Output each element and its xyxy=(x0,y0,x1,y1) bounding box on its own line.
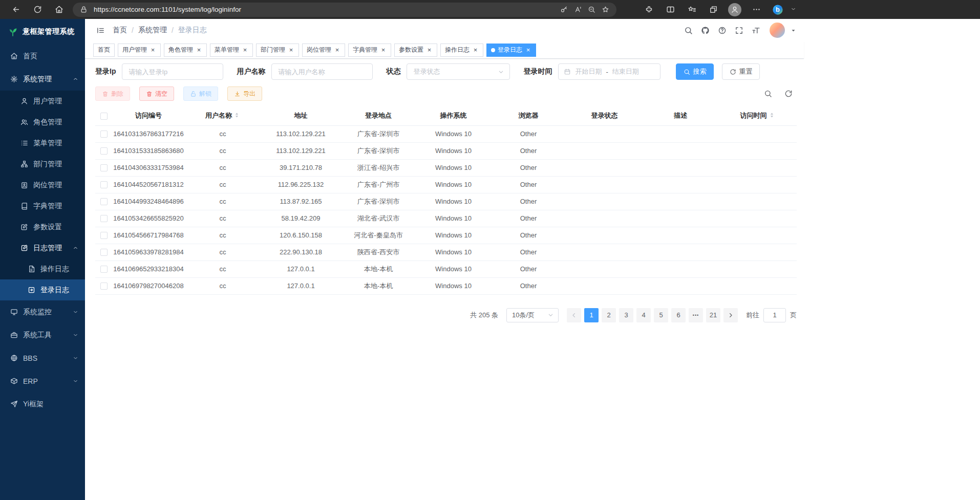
username-input[interactable] xyxy=(271,63,373,80)
sidebar-item-param-settings[interactable]: 参数设置 xyxy=(0,216,85,237)
close-icon[interactable]: × xyxy=(334,47,340,53)
close-icon[interactable]: × xyxy=(196,47,202,53)
reset-button[interactable]: 重置 xyxy=(722,63,760,80)
login-ip-input[interactable] xyxy=(122,63,223,80)
row-checkbox[interactable] xyxy=(100,282,108,290)
tab-home[interactable]: 首页 xyxy=(93,44,115,57)
sort-carets-icon[interactable] xyxy=(769,112,775,119)
breadcrumb-home[interactable]: 首页 xyxy=(113,26,127,35)
table-row[interactable]: 1641044993248464896cc113.87.92.165广东省-深圳… xyxy=(95,193,797,210)
table-row[interactable]: 1641069798270046208cc127.0.0.1本地-本机Windo… xyxy=(95,277,797,294)
table-row[interactable]: 1641044520567181312cc112.96.225.132广东省-广… xyxy=(95,176,797,193)
sidebar-item-system-tools[interactable]: 系统工具 xyxy=(0,323,85,346)
close-icon[interactable]: × xyxy=(242,47,248,53)
browser-menu-icon[interactable] xyxy=(745,2,767,17)
user-avatar[interactable] xyxy=(770,23,785,38)
avatar-caret-down-icon[interactable] xyxy=(790,24,797,36)
search-button[interactable]: 搜索 xyxy=(676,63,714,80)
unlock-button[interactable]: 解锁 xyxy=(183,86,218,101)
tab-role-mgmt[interactable]: 角色管理× xyxy=(164,44,207,57)
fullscreen-icon[interactable] xyxy=(733,24,745,36)
row-checkbox[interactable] xyxy=(100,164,108,171)
tab-menu-mgmt[interactable]: 菜单管理× xyxy=(210,44,253,57)
table-row[interactable]: 1641069652933218304cc127.0.0.1本地-本机Windo… xyxy=(95,260,797,277)
clear-button[interactable]: 清空 xyxy=(139,86,174,101)
page-button-2[interactable]: 2 xyxy=(602,308,616,322)
row-checkbox[interactable] xyxy=(100,198,108,205)
sidebar-item-post-mgmt[interactable]: 岗位管理 xyxy=(0,175,85,195)
sidebar-toggle-icon[interactable] xyxy=(94,24,106,36)
page-button-5[interactable]: 5 xyxy=(654,308,668,322)
reload-icon[interactable] xyxy=(27,2,48,17)
sidebar-item-yi-framework[interactable]: Yi框架 xyxy=(0,393,85,416)
refresh-table-icon[interactable] xyxy=(782,88,795,100)
sidebar-item-menu-mgmt[interactable]: 菜单管理 xyxy=(0,133,85,154)
tab-dept-mgmt[interactable]: 部门管理× xyxy=(256,44,299,57)
row-checkbox[interactable] xyxy=(100,131,108,138)
sidebar-item-system-mgmt[interactable]: 系统管理 xyxy=(0,68,85,91)
goto-page-input[interactable] xyxy=(763,308,786,322)
sidebar-item-erp[interactable]: ERP xyxy=(0,369,85,393)
sidebar-item-user-mgmt[interactable]: 用户管理 xyxy=(0,91,85,112)
prev-page-button[interactable] xyxy=(567,308,581,322)
close-icon[interactable]: × xyxy=(150,47,156,53)
status-select[interactable]: 登录状态 xyxy=(407,63,510,80)
close-icon[interactable]: × xyxy=(472,47,479,53)
sidebar-item-login-log[interactable]: 登录日志 xyxy=(0,279,85,300)
page-size-select[interactable]: 10条/页 xyxy=(506,308,559,322)
table-row[interactable]: 1641054566717984768cc120.6.150.158河北省-秦皇… xyxy=(95,227,797,244)
row-checkbox[interactable] xyxy=(100,215,108,222)
back-icon[interactable] xyxy=(5,2,27,17)
favorites-icon[interactable] xyxy=(681,2,702,17)
export-button[interactable]: 导出 xyxy=(227,86,262,101)
tab-operation-log[interactable]: 操作日志× xyxy=(440,44,483,57)
select-all-checkbox[interactable] xyxy=(100,113,108,120)
row-checkbox[interactable] xyxy=(100,249,108,256)
split-screen-icon[interactable] xyxy=(659,2,681,17)
sidebar-item-system-monitor[interactable]: 系统监控 xyxy=(0,300,85,323)
sidebar-item-role-mgmt[interactable]: 角色管理 xyxy=(0,112,85,133)
close-icon[interactable]: × xyxy=(525,47,531,53)
delete-button[interactable]: 删除 xyxy=(95,86,130,101)
add-favorite-star-icon[interactable] xyxy=(599,3,612,16)
close-icon[interactable]: × xyxy=(426,47,433,53)
tab-user-mgmt[interactable]: 用户管理× xyxy=(118,44,161,57)
header-search-icon[interactable] xyxy=(682,24,694,36)
sidebar-item-dict-mgmt[interactable]: 字典管理 xyxy=(0,195,85,216)
table-row[interactable]: 1641031367863177216cc113.102.129.221广东省-… xyxy=(95,125,797,142)
row-checkbox[interactable] xyxy=(100,232,108,239)
browser-profile-button[interactable] xyxy=(724,2,745,17)
page-button-21[interactable]: 21 xyxy=(706,308,720,322)
breadcrumb-system-mgmt[interactable]: 系统管理 xyxy=(138,26,167,35)
copilot-bing-icon[interactable]: b xyxy=(767,2,789,17)
table-row[interactable]: 1641031533185863680cc113.102.129.221广东省-… xyxy=(95,142,797,159)
help-icon[interactable] xyxy=(716,24,728,36)
site-security-lock-icon[interactable] xyxy=(77,3,91,16)
table-row[interactable]: 1641053426655825920cc58.19.42.209湖北省-武汉市… xyxy=(95,210,797,227)
table-row[interactable]: 1641059633978281984cc222.90.130.18陕西省-西安… xyxy=(95,244,797,260)
column-header-user[interactable]: 用户名称 xyxy=(184,106,261,125)
sort-carets-icon[interactable] xyxy=(233,112,240,119)
tab-post-mgmt[interactable]: 岗位管理× xyxy=(302,44,345,57)
zoom-out-icon[interactable] xyxy=(585,3,599,16)
close-icon[interactable]: × xyxy=(288,47,294,53)
page-button-3[interactable]: 3 xyxy=(619,308,633,322)
close-icon[interactable]: × xyxy=(380,47,387,53)
password-key-icon[interactable] xyxy=(557,3,571,16)
pager-ellipsis[interactable]: ••• xyxy=(689,308,703,322)
page-button-6[interactable]: 6 xyxy=(671,308,686,322)
tab-param-settings[interactable]: 参数设置× xyxy=(394,44,437,57)
page-button-1[interactable]: 1 xyxy=(584,308,599,322)
sidebar-item-home[interactable]: 首页 xyxy=(0,45,85,68)
page-button-4[interactable]: 4 xyxy=(636,308,651,322)
next-page-button[interactable] xyxy=(723,308,738,322)
column-header-time[interactable]: 访问时间 xyxy=(718,106,797,125)
row-checkbox[interactable] xyxy=(100,266,108,273)
tab-login-log[interactable]: 登录日志× xyxy=(486,44,536,57)
url-text[interactable]: https://ccnetcore.com:1101/system/log/lo… xyxy=(94,6,557,13)
font-size-icon[interactable] xyxy=(750,24,762,36)
github-icon[interactable] xyxy=(699,24,711,36)
address-bar[interactable]: https://ccnetcore.com:1101/system/log/lo… xyxy=(73,3,616,17)
sidebar-item-operation-log[interactable]: 操作日志 xyxy=(0,258,85,279)
extensions-icon[interactable] xyxy=(638,2,659,17)
